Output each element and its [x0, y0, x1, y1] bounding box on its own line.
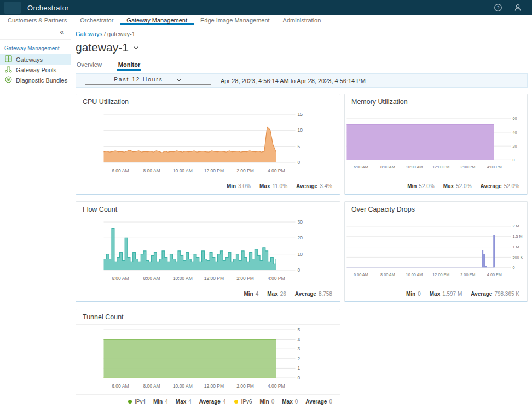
time-range-select[interactable]: Past 12 Hours	[85, 77, 211, 85]
sidebar-item-gateway-pools[interactable]: Gateway Pools	[0, 65, 71, 75]
stat-min: Min4	[244, 291, 258, 297]
stat-value: 8.758	[319, 291, 332, 297]
chart-title: Over Capacity Drops	[345, 202, 527, 217]
tab-overview[interactable]: Overview	[76, 61, 103, 71]
stat-value: 52.0%	[456, 183, 471, 189]
sidebar-item-label: Gateway Pools	[16, 67, 56, 73]
svg-text:500 K: 500 K	[512, 255, 523, 260]
stat-value: 26	[280, 291, 286, 297]
page-tabs: OverviewMonitor	[76, 61, 528, 71]
svg-text:0: 0	[512, 157, 514, 162]
time-range-select-label: Past 12 Hours	[114, 77, 163, 83]
svg-text:20: 20	[297, 235, 303, 241]
breadcrumb-link-gateways[interactable]: Gateways	[76, 31, 102, 37]
stat-average: Average8.758	[295, 291, 332, 297]
app-header: Orchestrator ?	[0, 0, 532, 15]
user-icon[interactable]	[513, 3, 522, 12]
chart-card-over-capacity-drops: Over Capacity Drops0500 K1 M1.5 M2 M6:00…	[344, 201, 528, 302]
svg-text:8:00 AM: 8:00 AM	[143, 276, 160, 281]
time-range-text: Apr 28, 2023, 4:56:14 AM to Apr 28, 2023…	[221, 78, 366, 84]
stat-value: 0	[295, 399, 298, 405]
stat-label: Max	[443, 183, 454, 189]
stat-label: Average	[295, 291, 316, 297]
svg-text:4:00 PM: 4:00 PM	[268, 383, 285, 389]
chart-plot-over-capacity-drops: 0500 K1 M1.5 M2 M6:00 AM8:00 AM10:00 AM1…	[345, 218, 527, 287]
stat-label: Average	[481, 183, 502, 189]
stat-average: Average798.365 K	[471, 291, 519, 297]
stat-value: 52.0%	[504, 183, 519, 189]
gateway-pools-icon	[5, 66, 12, 74]
breadcrumb: Gateways / gateway-1	[76, 31, 528, 37]
main-tab-edge-image-management[interactable]: Edge Image Management	[194, 15, 276, 25]
stat-label: Average	[296, 183, 317, 189]
stat-value: 11.0%	[272, 183, 287, 189]
help-icon[interactable]: ?	[494, 3, 502, 12]
svg-text:10: 10	[297, 127, 303, 133]
svg-text:0: 0	[297, 267, 300, 273]
svg-text:10:00 AM: 10:00 AM	[173, 276, 193, 281]
main-tab-customers-partners[interactable]: Customers & Partners	[1, 15, 73, 25]
chart-card-tunnel-count: Tunnel Count0123456:00 AM8:00 AM10:00 AM…	[76, 309, 340, 409]
page-title-chevron-down-icon[interactable]	[133, 46, 139, 50]
charts-grid: CPU Utilization0510156:00 AM8:00 AM10:00…	[76, 94, 528, 409]
main-tab-administration[interactable]: Administration	[276, 15, 328, 25]
sidebar: « Gateway Management GatewaysGateway Poo…	[0, 25, 71, 409]
stat-label: Average	[199, 399, 221, 405]
svg-text:1: 1	[297, 365, 300, 371]
svg-text:5: 5	[297, 327, 300, 332]
chevron-down-icon	[176, 78, 182, 81]
svg-text:12:00 PM: 12:00 PM	[432, 272, 449, 277]
stat-value: 0	[418, 291, 421, 297]
svg-text:0: 0	[512, 265, 514, 270]
stat-max: Max4	[176, 399, 192, 405]
svg-text:2:00 PM: 2:00 PM	[236, 276, 254, 281]
tab-monitor[interactable]: Monitor	[117, 61, 141, 71]
stat-value: 0	[329, 399, 332, 405]
stat-max: Max52.0%	[443, 183, 472, 189]
header-actions: ?	[494, 3, 522, 12]
chart-footer: IPv4Min4Max4Average4IPv6Min0Max0Average0	[76, 394, 340, 409]
svg-text:2: 2	[297, 356, 300, 361]
legend-name: IPv4	[135, 399, 146, 405]
stat-label: Max	[430, 291, 440, 297]
stat-label: Min	[227, 183, 236, 189]
sidebar-group-label: Gateway Management	[0, 40, 71, 54]
main-tab-gateway-management[interactable]: Gateway Management	[120, 15, 194, 25]
stat-label: Min	[406, 291, 415, 297]
diagnostic-bundles-icon	[5, 76, 12, 84]
legend-dot-icon	[234, 400, 238, 404]
svg-text:12:00 PM: 12:00 PM	[204, 383, 224, 389]
svg-text:0: 0	[297, 160, 300, 165]
svg-text:10: 10	[297, 252, 303, 257]
svg-text:12:00 PM: 12:00 PM	[204, 276, 224, 281]
svg-text:6:00 AM: 6:00 AM	[354, 165, 368, 170]
chart-title: Tunnel Count	[76, 309, 340, 325]
sidebar-collapse-icon[interactable]: «	[60, 27, 64, 36]
stat-average: Average52.0%	[481, 183, 519, 189]
stat-min: Min0	[406, 291, 421, 297]
stat-average: Average4	[199, 399, 226, 405]
sidebar-item-diagnostic-bundles[interactable]: Diagnostic Bundles	[0, 75, 71, 85]
sidebar-item-label: Diagnostic Bundles	[16, 77, 67, 84]
svg-text:2 M: 2 M	[512, 224, 519, 229]
stat-value: 4	[223, 399, 226, 405]
svg-text:10:00 AM: 10:00 AM	[406, 272, 423, 277]
stat-label: Min	[260, 399, 269, 405]
chart-card-flow-count: Flow Count01020306:00 AM8:00 AM10:00 AM1…	[76, 201, 340, 302]
stat-label: Max	[282, 399, 292, 405]
main-tab-orchestrator[interactable]: Orchestrator	[73, 15, 120, 25]
svg-text:6:00 AM: 6:00 AM	[112, 383, 129, 389]
chart-card-cpu-utilization: CPU Utilization0510156:00 AM8:00 AM10:00…	[76, 94, 340, 195]
app-logo	[4, 2, 21, 14]
breadcrumb-current: gateway-1	[107, 31, 135, 37]
stat-label: Min	[153, 399, 163, 405]
stat-label: Min	[244, 291, 253, 297]
sidebar-item-gateways[interactable]: Gateways	[0, 54, 71, 65]
svg-text:6:00 AM: 6:00 AM	[112, 276, 129, 281]
stat-max: Max26	[267, 291, 286, 297]
svg-text:40: 40	[512, 130, 517, 135]
stat-max: Max1.597 M	[430, 291, 462, 297]
stat-value: 798.365 K	[494, 291, 519, 297]
svg-text:6:00 AM: 6:00 AM	[112, 168, 129, 173]
svg-text:8:00 AM: 8:00 AM	[380, 165, 395, 170]
